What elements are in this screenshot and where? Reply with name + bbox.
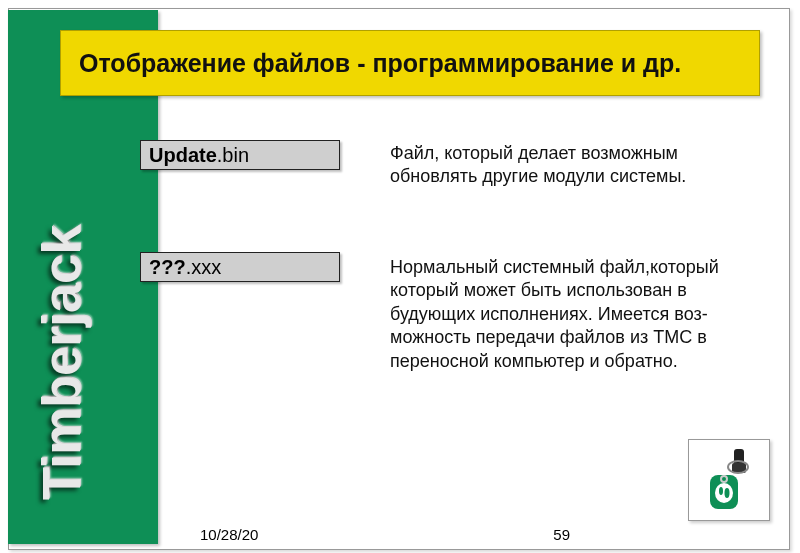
file-box-unknown: ???.xxx	[140, 252, 340, 282]
file-name-ext: .bin	[217, 144, 249, 167]
file-name-bold: ???	[149, 256, 186, 279]
file-name-ext: .xxx	[186, 256, 222, 279]
svg-point-5	[715, 483, 733, 503]
file-name-bold: Update	[149, 144, 217, 167]
footer-page-number: 59	[553, 526, 570, 543]
file-desc-update: Файл, который делает возможным обновлять…	[390, 142, 750, 189]
file-box-update: Update.bin	[140, 140, 340, 170]
slide-title: Отображение файлов - программирование и …	[79, 49, 681, 78]
svg-point-6	[719, 487, 723, 495]
brand-logo: Timberjack	[30, 226, 92, 500]
key-fob-image	[688, 439, 770, 521]
title-bar: Отображение файлов - программирование и …	[60, 30, 760, 96]
svg-point-7	[725, 488, 730, 498]
key-fob-icon	[694, 445, 764, 515]
file-desc-unknown: Нормальный системный файл,который которы…	[390, 256, 750, 373]
footer-date: 10/28/20	[200, 526, 258, 543]
